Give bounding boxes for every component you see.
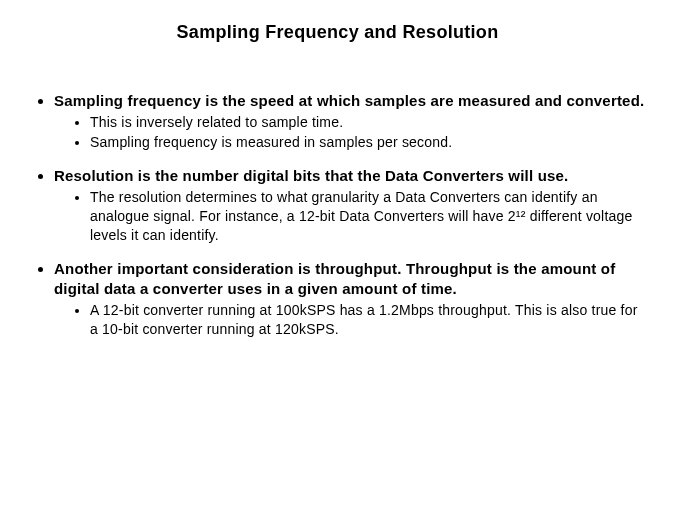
lead-text: Another important consideration is throu…	[54, 259, 645, 300]
list-item: Resolution is the number digital bits th…	[54, 166, 645, 245]
list-item: Sampling frequency is the speed at which…	[54, 91, 645, 152]
lead-text: Sampling frequency is the speed at which…	[54, 91, 645, 111]
sub-list: This is inversely related to sample time…	[54, 113, 645, 152]
sub-item: A 12-bit converter running at 100kSPS ha…	[90, 301, 645, 339]
sub-item: This is inversely related to sample time…	[90, 113, 645, 132]
sub-item: The resolution determines to what granul…	[90, 188, 645, 245]
list-item: Another important consideration is throu…	[54, 259, 645, 339]
slide-title: Sampling Frequency and Resolution	[30, 22, 645, 43]
sub-item: Sampling frequency is measured in sample…	[90, 133, 645, 152]
lead-text: Resolution is the number digital bits th…	[54, 166, 645, 186]
bullet-list: Sampling frequency is the speed at which…	[30, 91, 645, 339]
sub-list: A 12-bit converter running at 100kSPS ha…	[54, 301, 645, 339]
sub-list: The resolution determines to what granul…	[54, 188, 645, 245]
slide: Sampling Frequency and Resolution Sampli…	[0, 0, 675, 506]
